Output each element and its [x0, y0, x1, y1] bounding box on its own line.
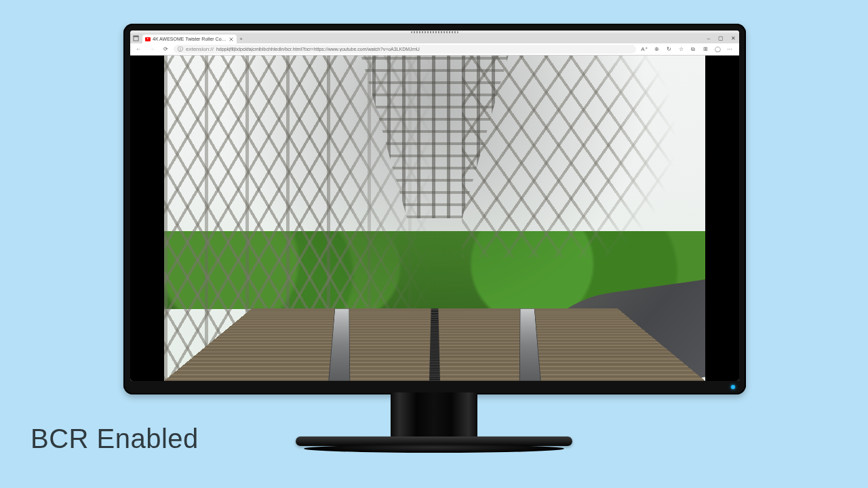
window-minimize-button[interactable]: –	[703, 33, 715, 43]
toolbar: ← → ⟳ ⓘ extension:// hdppkjflljbdpckfajc…	[130, 43, 739, 56]
tab-strip: 4K AWESOME Twister Roller Co… + – ▢ ✕	[130, 33, 739, 43]
tab-actions-icon[interactable]	[130, 33, 141, 43]
monitor-stand-base	[304, 445, 564, 453]
window-close-button[interactable]: ✕	[727, 33, 739, 43]
url-text: hdppkjflljbdpckfajcmlblbchhledln/bcr.htm…	[216, 47, 420, 52]
sync-icon[interactable]: ↻	[663, 44, 674, 55]
window-maximize-button[interactable]: ▢	[715, 33, 727, 43]
tab-title: 4K AWESOME Twister Roller Co…	[153, 37, 226, 41]
caption-text: BCR Enabled	[31, 424, 199, 454]
new-tab-button[interactable]: +	[237, 35, 246, 43]
monitor-bezel: 4K AWESOME Twister Roller Co… + – ▢ ✕ ← …	[130, 30, 739, 381]
profile-icon[interactable]: ◯	[712, 44, 723, 55]
address-bar[interactable]: ⓘ extension:// hdppkjflljbdpckfajcmlblbc…	[174, 45, 636, 54]
monitor-power-led	[731, 385, 735, 389]
extensions-icon[interactable]: ⊞	[700, 44, 711, 55]
translate-icon[interactable]: ⊕	[651, 44, 662, 55]
monitor-neck	[391, 392, 477, 440]
video-player[interactable]	[164, 56, 705, 381]
back-button[interactable]: ←	[133, 44, 144, 55]
favorite-icon[interactable]: ☆	[675, 44, 686, 55]
tab-close-icon[interactable]	[229, 37, 234, 42]
youtube-favicon-icon	[145, 37, 151, 41]
read-aloud-icon[interactable]: A⁺	[639, 44, 650, 55]
page-content	[130, 56, 739, 381]
forward-button[interactable]: →	[146, 44, 157, 55]
refresh-button[interactable]: ⟳	[160, 44, 171, 55]
video-vignette	[164, 56, 705, 381]
browser-window: 4K AWESOME Twister Roller Co… + – ▢ ✕ ← …	[130, 30, 739, 381]
collections-icon[interactable]: ⧉	[688, 44, 698, 55]
site-info-icon[interactable]: ⓘ	[178, 45, 183, 53]
menu-icon[interactable]: ⋯	[724, 44, 735, 55]
monitor-frame: 4K AWESOME Twister Roller Co… + – ▢ ✕ ← …	[123, 24, 746, 394]
tab-active[interactable]: 4K AWESOME Twister Roller Co…	[142, 35, 237, 43]
svg-rect-1	[133, 36, 138, 37]
url-protocol: extension://	[186, 46, 214, 52]
